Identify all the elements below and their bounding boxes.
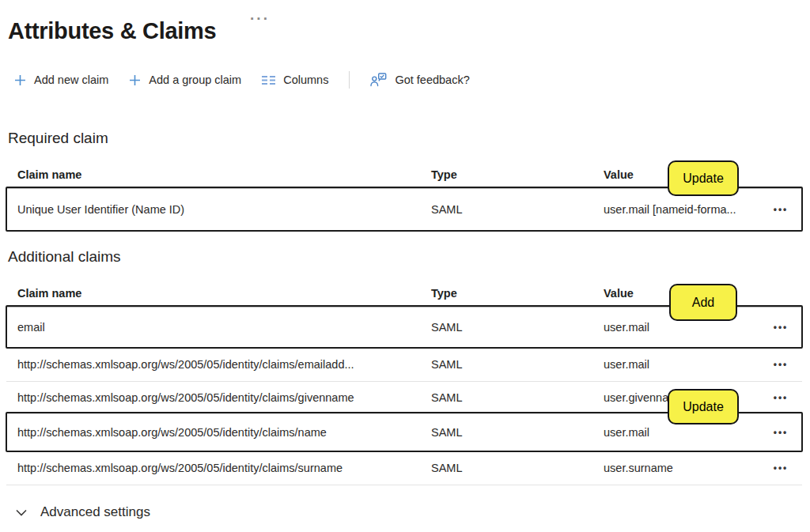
column-header-type: Type (431, 287, 604, 300)
claim-table-row[interactable]: http://schemas.xmlsoap.org/ws/2005/05/id… (6, 451, 802, 485)
row-context-menu-button[interactable]: ••• (774, 360, 789, 369)
claim-type-cell: SAML (431, 358, 604, 371)
columns-label: Columns (283, 74, 328, 86)
advanced-settings-toggle[interactable]: Advanced settings (16, 504, 150, 520)
add-new-claim-label: Add new claim (34, 74, 108, 86)
annotation-callout-update-name-claim: Update (668, 389, 739, 424)
chevron-down-icon (16, 509, 27, 516)
row-context-menu-button[interactable]: ••• (774, 393, 789, 402)
feedback-person-icon (370, 73, 387, 87)
toolbar-divider (349, 71, 350, 89)
column-header-claim-name: Claim name (6, 287, 431, 300)
got-feedback-button[interactable]: Got feedback? (370, 73, 469, 87)
claim-name-cell: http://schemas.xmlsoap.org/ws/2005/05/id… (6, 426, 431, 439)
ellipsis-horizontal-icon: ··· (250, 10, 270, 27)
claim-name-cell: email (6, 321, 431, 334)
add-group-claim-label: Add a group claim (149, 74, 241, 86)
title-context-menu-button[interactable]: ··· (250, 10, 270, 28)
claim-type-cell: SAML (431, 391, 604, 404)
row-context-menu-button[interactable]: ••• (774, 428, 789, 437)
claim-type-cell: SAML (431, 203, 604, 216)
required-claim-heading: Required claim (8, 130, 108, 147)
plus-icon (129, 74, 141, 86)
plus-icon (14, 74, 26, 86)
claim-value-cell: user.mail [nameid-forma... (604, 203, 759, 216)
claim-name-cell: http://schemas.xmlsoap.org/ws/2005/05/id… (6, 462, 431, 474)
advanced-settings-label: Advanced settings (40, 504, 150, 520)
row-context-menu-button[interactable]: ••• (774, 463, 789, 473)
got-feedback-label: Got feedback? (395, 74, 469, 86)
claim-name-cell: http://schemas.xmlsoap.org/ws/2005/05/id… (6, 358, 431, 371)
columns-button[interactable]: Columns (262, 74, 328, 86)
claim-name-cell: http://schemas.xmlsoap.org/ws/2005/05/id… (6, 391, 431, 404)
claim-value-cell: user.mail (604, 321, 759, 334)
claim-name-cell: Unique User Identifier (Name ID) (6, 203, 431, 216)
claim-type-cell: SAML (431, 462, 604, 474)
claim-table-row[interactable]: http://schemas.xmlsoap.org/ws/2005/05/id… (6, 348, 802, 382)
row-context-menu-button[interactable]: ••• (774, 205, 789, 214)
column-header-type: Type (431, 168, 604, 181)
column-header-claim-name: Claim name (6, 168, 431, 181)
claim-value-cell: user.mail (604, 358, 759, 371)
claim-value-cell: user.surname (604, 462, 759, 474)
claim-value-cell: user.mail (604, 426, 759, 439)
claim-type-cell: SAML (431, 321, 604, 334)
page-title: Attributes & Claims (8, 18, 216, 44)
add-group-claim-button[interactable]: Add a group claim (129, 74, 241, 86)
add-new-claim-button[interactable]: Add new claim (14, 74, 108, 86)
additional-claims-heading: Additional claims (8, 248, 121, 266)
row-context-menu-button[interactable]: ••• (774, 323, 789, 332)
columns-icon (262, 75, 275, 85)
annotation-callout-add-email-claim: Add (669, 284, 737, 321)
annotation-callout-update-required-claim: Update (668, 160, 739, 196)
command-bar: Add new claim Add a group claim Columns (14, 68, 470, 92)
claim-type-cell: SAML (431, 426, 604, 439)
